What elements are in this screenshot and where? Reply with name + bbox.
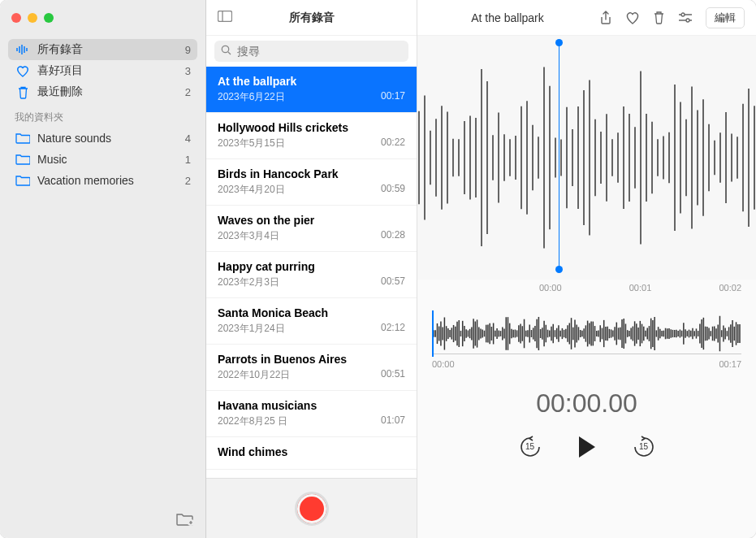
- sidebar-item-count: 2: [185, 86, 191, 98]
- recording-duration: 01:07: [381, 414, 405, 428]
- time-tick: 00:02: [719, 283, 741, 293]
- search-icon: [221, 44, 231, 59]
- recording-item[interactable]: Parrots in Buenos Aires2022年10月22日00:51: [206, 345, 417, 391]
- time-tick: 00:00: [539, 283, 562, 293]
- overview-start-tick: 00:00: [432, 359, 455, 369]
- play-icon: [577, 435, 598, 459]
- sidebar-item-count: 1: [185, 154, 191, 166]
- record-button[interactable]: [295, 492, 329, 526]
- recording-date: 2023年2月3日: [218, 276, 279, 289]
- current-time: 00:00.00: [417, 372, 756, 427]
- recording-title: Havana musicians: [218, 399, 405, 412]
- sidebar-item-heart[interactable]: 喜好項目3: [8, 60, 197, 81]
- sidebar-item-label: Vacation memories: [37, 174, 185, 187]
- recording-item[interactable]: Hollywood Hills crickets2023年5月15日00:22: [206, 113, 417, 159]
- folder-icon: [15, 173, 31, 188]
- sidebar-icon: [218, 11, 232, 22]
- heart-icon: [15, 63, 31, 78]
- play-button[interactable]: [577, 435, 598, 459]
- recording-title: Happy cat purring: [218, 260, 405, 273]
- recording-duration: 00:22: [381, 137, 405, 150]
- recording-item[interactable]: Waves on the pier2023年3月4日00:28: [206, 206, 417, 252]
- delete-button[interactable]: [653, 11, 665, 24]
- zoom-window-button[interactable]: [44, 13, 54, 23]
- recording-title: Birds in Hancock Park: [218, 167, 405, 180]
- folder-plus-icon: [176, 512, 194, 527]
- window-controls: [0, 0, 205, 36]
- minimize-window-button[interactable]: [28, 13, 37, 23]
- recording-item[interactable]: At the ballpark2023年6月22日00:17: [206, 67, 417, 113]
- sidebar-folder-item[interactable]: Music1: [8, 149, 197, 170]
- folder-icon: [15, 131, 31, 145]
- skip-forward-button[interactable]: 15: [632, 435, 656, 459]
- waveform-zoomed[interactable]: [417, 36, 756, 280]
- svg-line-9: [228, 52, 231, 54]
- sidebar-item-trash[interactable]: 最近刪除2: [8, 81, 197, 102]
- svg-point-13: [686, 19, 689, 22]
- playhead-overview[interactable]: [432, 310, 434, 357]
- recording-item[interactable]: Wind chimes: [206, 437, 417, 470]
- toggle-sidebar-button[interactable]: [218, 11, 232, 24]
- recording-date: 2023年4月20日: [218, 183, 285, 197]
- favorite-button[interactable]: [625, 11, 640, 24]
- svg-point-8: [222, 46, 228, 52]
- detail-panel: At the ballpark 編輯 00:00 00:01: [417, 0, 756, 538]
- recording-duration: 02:12: [381, 322, 405, 336]
- waveform-icon: [15, 42, 31, 57]
- recordings-column: 所有錄音 At the ballpark2023年6月22日00:17Holly…: [206, 0, 417, 538]
- recording-duration: 00:57: [381, 276, 405, 289]
- share-button[interactable]: [599, 11, 612, 25]
- recording-item[interactable]: Santa Monica Beach2023年1月24日02:12: [206, 298, 417, 345]
- waveform-overview[interactable]: [432, 314, 741, 354]
- svg-rect-6: [218, 11, 232, 22]
- sidebar-item-label: 喜好項目: [37, 63, 185, 78]
- sidebar-item-label: Music: [37, 153, 185, 166]
- new-folder-button[interactable]: [176, 512, 194, 530]
- skip-back-button[interactable]: 15: [518, 435, 542, 459]
- recording-date: 2023年1月24日: [218, 322, 285, 336]
- sidebar-item-waveform[interactable]: 所有錄音9: [8, 39, 197, 60]
- trash-icon: [653, 11, 665, 24]
- recording-date: 2022年8月25 日: [218, 414, 287, 428]
- recording-date: 2022年10月22日: [218, 368, 290, 382]
- recording-title: Waves on the pier: [218, 214, 405, 227]
- close-window-button[interactable]: [11, 13, 21, 23]
- svg-point-11: [681, 13, 685, 16]
- sidebar-item-count: 2: [185, 175, 191, 187]
- recording-title: Parrots in Buenos Aires: [218, 353, 405, 366]
- search-input[interactable]: [214, 41, 408, 62]
- sidebar-folder-item[interactable]: Vacation memories2: [8, 170, 197, 191]
- sidebar-item-count: 4: [185, 132, 191, 145]
- recording-title: Wind chimes: [218, 445, 405, 458]
- folder-icon: [15, 152, 31, 167]
- trash-icon: [15, 85, 31, 99]
- playhead[interactable]: [559, 42, 559, 270]
- recording-date: 2023年6月22日: [218, 90, 285, 104]
- recording-duration: 00:28: [381, 229, 405, 243]
- recordings-header-title: 所有錄音: [289, 11, 335, 25]
- time-tick: 00:01: [629, 283, 652, 293]
- recording-title: Hollywood Hills crickets: [218, 121, 405, 134]
- settings-button[interactable]: [678, 12, 693, 24]
- sidebar-item-label: 最近刪除: [37, 85, 185, 99]
- recording-date: 2023年5月15日: [218, 137, 285, 150]
- recording-date: 2023年3月4日: [218, 229, 279, 243]
- recording-item[interactable]: Happy cat purring2023年2月3日00:57: [206, 252, 417, 298]
- sliders-icon: [678, 12, 693, 24]
- sidebar-item-count: 9: [185, 44, 191, 56]
- sidebar-item-label: Nature sounds: [37, 132, 185, 145]
- sidebar-folder-item[interactable]: Nature sounds4: [8, 128, 197, 149]
- recording-title: At the ballpark: [429, 11, 586, 24]
- edit-button[interactable]: 編輯: [706, 7, 745, 28]
- heart-icon: [625, 11, 640, 24]
- recording-title: Santa Monica Beach: [218, 306, 405, 319]
- sidebar-section-header: 我的資料夾: [8, 102, 197, 128]
- share-icon: [599, 11, 612, 25]
- sidebar: 所有錄音9喜好項目3最近刪除2我的資料夾Nature sounds4Music1…: [0, 0, 206, 538]
- recording-item[interactable]: Havana musicians2022年8月25 日01:07: [206, 391, 417, 437]
- sidebar-item-label: 所有錄音: [37, 42, 185, 57]
- recording-duration: 00:51: [381, 368, 405, 382]
- recording-title: At the ballpark: [218, 75, 405, 88]
- recording-item[interactable]: Birds in Hancock Park2023年4月20日00:59: [206, 159, 417, 206]
- overview-end-tick: 00:17: [719, 359, 741, 369]
